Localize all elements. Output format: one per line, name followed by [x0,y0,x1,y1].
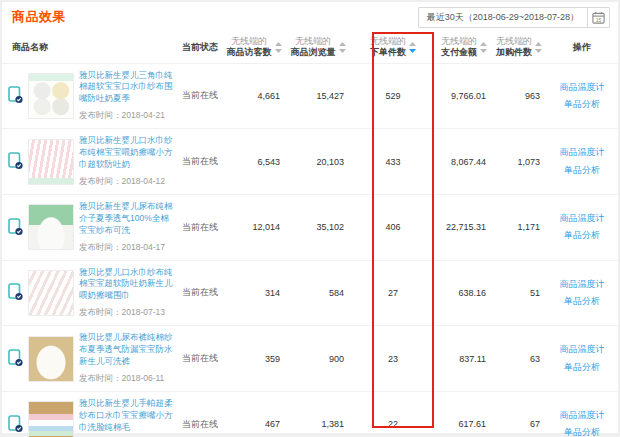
cart-adds-value: 63 [492,326,546,392]
cart-adds-value: 963 [492,63,546,129]
mobile-online-check-icon [8,86,23,105]
product-thumbnail[interactable] [28,139,74,185]
header-visitors-line1: 无线端的 [227,36,272,47]
views-value: 15,427 [286,63,350,129]
table-row: 雅贝比新生婴儿口水巾纱布纯棉宝宝喂奶擦嘴小方巾超软防吐奶 发布时间：2018-0… [2,129,618,195]
header-cart-line1: 无线端的 [496,36,532,47]
product-title-link[interactable]: 雅贝比新生婴儿三角巾纯棉超软宝宝口水巾纱布围嘴防吐奶夏季 [79,70,176,106]
visitors-value: 314 [222,260,286,326]
sort-arrows-icon[interactable] [275,42,282,53]
calendar-icon[interactable]: 15 [587,8,609,27]
sort-arrows-icon[interactable] [535,42,542,53]
table-header-row: 商品名称 当前状态 无线端的商品访客数 无线端的商品浏览量 无线端的下单件数 无… [2,32,618,63]
header-payment-line1: 无线端的 [441,36,477,47]
cart-adds-value: 51 [492,260,546,326]
payment-value: 8,067.44 [436,129,492,195]
single-item-analysis-link[interactable]: 单品分析 [546,293,618,310]
cart-adds-value: 1,171 [492,194,546,260]
status-label: 当前在线 [178,326,222,392]
mobile-online-check-icon [8,152,23,171]
visitors-value: 467 [222,391,286,437]
orders-value: 23 [350,326,436,392]
product-thumbnail[interactable] [28,401,74,437]
product-thumbnail[interactable] [28,270,74,316]
status-label: 当前在线 [178,391,222,437]
header-visitors-line2: 商品访客数 [227,47,272,58]
status-label: 当前在线 [178,129,222,195]
orders-value: 27 [350,260,436,326]
panel-header: 商品效果 最近30天（2018-06-29~2018-07-28） 15 [2,2,618,32]
product-thermometer-link[interactable]: 商品温度计 [546,276,618,293]
header-payment-line2: 支付金额 [441,47,477,58]
views-value: 584 [286,260,350,326]
product-thermometer-link[interactable]: 商品温度计 [546,341,618,358]
product-title-link[interactable]: 雅贝比婴儿尿布裤纯棉纱布夏季透气防漏宝宝防水新生儿可洗裤 [79,332,176,368]
product-thermometer-link[interactable]: 商品温度计 [546,144,618,161]
payment-value: 22,715.31 [436,194,492,260]
product-performance-table: 商品名称 当前状态 无线端的商品访客数 无线端的商品浏览量 无线端的下单件数 无… [2,32,618,437]
header-wireless-views[interactable]: 无线端的商品浏览量 [286,32,350,63]
status-label: 当前在线 [178,194,222,260]
orders-value: 529 [350,63,436,129]
single-item-analysis-link[interactable]: 单品分析 [546,162,618,179]
views-value: 900 [286,326,350,392]
header-wireless-cart-adds[interactable]: 无线端的加购件数 [492,32,546,63]
product-title-link[interactable]: 雅贝比新生婴儿口水巾纱布纯棉宝宝喂奶擦嘴小方巾超软防吐奶 [79,135,176,171]
product-title-link[interactable]: 雅贝比新生婴儿尿布纯棉介子夏季透气100%全棉宝宝纱布可洗 [79,201,176,237]
payment-value: 837.11 [436,326,492,392]
single-item-analysis-link[interactable]: 单品分析 [546,227,618,244]
page-title: 商品效果 [12,8,66,26]
orders-value: 433 [350,129,436,195]
header-wireless-orders[interactable]: 无线端的下单件数 [350,32,436,63]
date-range-selector[interactable]: 最近30天（2018-06-29~2018-07-28） 15 [418,7,610,28]
svg-text:15: 15 [596,16,602,22]
sort-arrows-icon-active[interactable] [409,42,416,53]
header-orders-line2: 下单件数 [370,47,406,58]
header-orders-line1: 无线端的 [370,36,406,47]
sort-arrows-icon[interactable] [339,42,346,53]
mobile-online-check-icon [8,218,23,237]
product-thumbnail[interactable] [28,73,74,119]
product-title-link[interactable]: 雅贝比婴儿口水巾纱布纯棉宝宝超软防吐奶新生儿喂奶擦嘴围巾 [79,267,176,303]
orders-value: 406 [350,194,436,260]
orders-value: 22 [350,391,436,437]
publish-date: 发布时间：2018-04-17 [79,242,176,254]
product-thermometer-link[interactable]: 商品温度计 [546,210,618,227]
cart-adds-value: 1,073 [492,129,546,195]
publish-date: 发布时间：2018-04-12 [79,176,176,188]
mobile-online-check-icon [8,349,23,368]
status-label: 当前在线 [178,63,222,129]
publish-date: 发布时间：2018-07-13 [79,307,176,319]
header-actions: 操作 [546,32,618,63]
status-label: 当前在线 [178,260,222,326]
visitors-value: 4,661 [222,63,286,129]
product-title-link[interactable]: 雅贝比新生婴儿手帕超柔纱布口水巾宝宝擦嘴小方巾洗脸纯棉毛 [79,398,176,434]
visitors-value: 12,014 [222,194,286,260]
header-current-status: 当前状态 [178,32,222,63]
product-thumbnail[interactable] [28,204,74,250]
header-wireless-payment[interactable]: 无线端的支付金额 [436,32,492,63]
product-thumbnail[interactable] [28,336,74,382]
views-value: 35,102 [286,194,350,260]
header-views-line1: 无线端的 [291,36,336,47]
product-thermometer-link[interactable]: 商品温度计 [546,79,618,96]
header-product-name: 商品名称 [2,32,178,63]
visitors-value: 6,543 [222,129,286,195]
table-row: 雅贝比新生婴儿手帕超柔纱布口水巾宝宝擦嘴小方巾洗脸纯棉毛 发布时间：2018-0… [2,391,618,437]
sort-arrows-icon[interactable] [480,42,487,53]
publish-date: 发布时间：2018-04-21 [79,110,176,122]
payment-value: 638.16 [436,260,492,326]
single-item-analysis-link[interactable]: 单品分析 [546,359,618,376]
date-range-text: 最近30天（2018-06-29~2018-07-28） [419,8,587,27]
single-item-analysis-link[interactable]: 单品分析 [546,424,618,437]
single-item-analysis-link[interactable]: 单品分析 [546,96,618,113]
table-row: 雅贝比新生婴儿尿布纯棉介子夏季透气100%全棉宝宝纱布可洗 发布时间：2018-… [2,194,618,260]
payment-value: 617.61 [436,391,492,437]
table-row: 雅贝比婴儿尿布裤纯棉纱布夏季透气防漏宝宝防水新生儿可洗裤 发布时间：2018-0… [2,326,618,392]
table-row: 雅贝比新生婴儿三角巾纯棉超软宝宝口水巾纱布围嘴防吐奶夏季 发布时间：2018-0… [2,63,618,129]
publish-date: 发布时间：2018-06-11 [79,373,176,385]
views-value: 20,103 [286,129,350,195]
table-row: 雅贝比婴儿口水巾纱布纯棉宝宝超软防吐奶新生儿喂奶擦嘴围巾 发布时间：2018-0… [2,260,618,326]
product-thermometer-link[interactable]: 商品温度计 [546,407,618,424]
header-wireless-visitors[interactable]: 无线端的商品访客数 [222,32,286,63]
